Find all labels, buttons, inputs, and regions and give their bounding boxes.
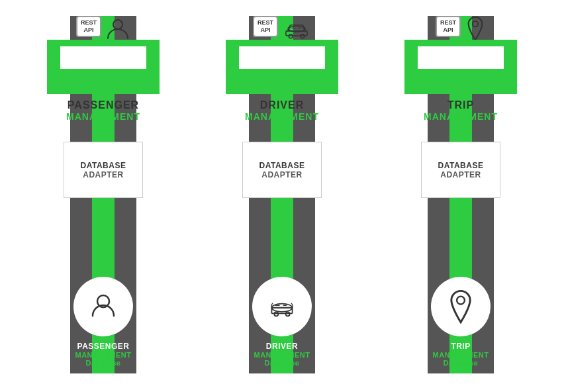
passenger-chevron-white xyxy=(60,46,146,69)
passenger-db-main: PASSENGER xyxy=(75,342,131,351)
trip-db-circle xyxy=(431,277,491,336)
trip-top-section: RESTAPI xyxy=(377,16,544,94)
passenger-adapter-sub: ADAPTER xyxy=(83,170,124,179)
driver-bottom-section: DRIVER MANAGEMENTDatabase xyxy=(252,277,312,373)
svg-point-11 xyxy=(457,297,465,305)
svg-point-0 xyxy=(113,20,122,29)
svg-point-10 xyxy=(473,21,479,27)
driver-adapter-main: DATABASE xyxy=(259,161,305,170)
passenger-person-icon xyxy=(105,16,130,41)
trip-top-header: RESTAPI xyxy=(377,16,544,41)
passenger-column: RESTAPI PASSENGER MANAGEMENT DATABASE xyxy=(20,16,187,373)
driver-top-header: RESTAPI xyxy=(199,16,365,41)
driver-db-label: DRIVER MANAGEMENTDatabase xyxy=(254,342,310,367)
trip-main-label: TRIP xyxy=(424,99,498,111)
driver-middle-section: DATABASE ADAPTER xyxy=(199,142,365,198)
driver-service-title: DRIVER MANAGEMENT xyxy=(245,99,319,122)
driver-adapter-box: DATABASE ADAPTER xyxy=(242,142,322,198)
passenger-adapter-main: DATABASE xyxy=(81,161,126,170)
passenger-chevron-wrapper xyxy=(20,40,187,94)
trip-chevron-wrapper xyxy=(377,40,544,94)
passenger-chevron-green xyxy=(47,40,160,94)
passenger-service-title: PASSENGER MANAGEMENT xyxy=(66,99,140,122)
trip-adapter-sub: ADAPTER xyxy=(440,170,481,179)
trip-db-sub: MANAGEMENTDatabase xyxy=(432,351,489,367)
trip-column: RESTAPI TRIP MANAGEMENT DATABASE xyxy=(377,16,544,373)
diagram-container: RESTAPI PASSENGER MANAGEMENT DATABASE xyxy=(0,0,564,392)
driver-column: RESTAPI xyxy=(199,16,365,373)
passenger-db-icon xyxy=(86,289,120,324)
driver-db-circle xyxy=(252,277,312,336)
passenger-adapter-box: DATABASE ADAPTER xyxy=(64,142,143,198)
driver-db-icon xyxy=(265,289,299,324)
driver-db-main: DRIVER xyxy=(254,342,310,351)
trip-pin-icon xyxy=(465,16,486,41)
passenger-sub-label: MANAGEMENT xyxy=(66,111,140,122)
passenger-bottom-section: PASSENGER MANAGEMENTDatabase xyxy=(73,277,133,373)
trip-rest-api-badge: RESTAPI xyxy=(436,16,461,37)
passenger-middle-section: DATABASE ADAPTER xyxy=(20,142,187,198)
trip-adapter-main: DATABASE xyxy=(438,161,484,170)
passenger-top-header: RESTAPI xyxy=(20,16,187,41)
driver-sub-label: MANAGEMENT xyxy=(245,111,319,122)
trip-chevron-green xyxy=(404,40,517,94)
passenger-rest-api-badge: RESTAPI xyxy=(76,16,101,37)
passenger-db-circle xyxy=(73,277,133,336)
trip-sub-label: MANAGEMENT xyxy=(424,111,498,122)
trip-db-main: TRIP xyxy=(432,342,489,351)
trip-db-icon xyxy=(444,289,478,324)
trip-db-label: TRIP MANAGEMENTDatabase xyxy=(432,342,489,367)
trip-bottom-section: TRIP MANAGEMENTDatabase xyxy=(431,277,491,373)
driver-main-label: DRIVER xyxy=(245,99,319,111)
driver-rest-api-badge: RESTAPI xyxy=(253,16,278,37)
trip-chevron-white xyxy=(418,46,504,69)
driver-adapter-sub: ADAPTER xyxy=(261,170,303,179)
passenger-db-sub: MANAGEMENTDatabase xyxy=(75,351,131,367)
driver-car-icon xyxy=(282,16,311,41)
driver-chevron-white xyxy=(239,46,325,69)
trip-middle-section: DATABASE ADAPTER xyxy=(377,142,544,198)
driver-top-section: RESTAPI xyxy=(199,16,365,94)
passenger-top-section: RESTAPI xyxy=(20,16,187,94)
passenger-db-label: PASSENGER MANAGEMENTDatabase xyxy=(75,342,131,367)
passenger-main-label: PASSENGER xyxy=(66,99,140,111)
trip-adapter-box: DATABASE ADAPTER xyxy=(421,142,500,198)
trip-service-title: TRIP MANAGEMENT xyxy=(424,99,498,122)
driver-chevron-green xyxy=(226,40,338,94)
driver-db-sub: MANAGEMENTDatabase xyxy=(254,351,310,367)
driver-chevron-wrapper xyxy=(199,40,365,94)
